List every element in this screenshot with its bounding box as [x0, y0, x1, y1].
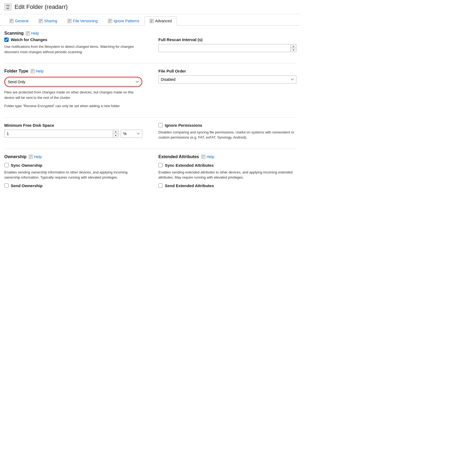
- min-disk-down-btn[interactable]: ▼: [113, 134, 118, 137]
- full-rescan-spinner-buttons: ▲ ▼: [290, 44, 296, 52]
- send-ext-attrs-checkbox[interactable]: [158, 183, 163, 188]
- watch-for-changes-checkbox[interactable]: [4, 38, 9, 42]
- tab-sharing[interactable]: FO9 Sharing: [34, 16, 62, 25]
- divider-3: [4, 149, 296, 149]
- tab-advanced-icon: FO85: [150, 19, 154, 23]
- folder-type-select-wrapper: Send Only Receive Only Send & Receive Re…: [4, 77, 142, 87]
- tab-sharing-label: Sharing: [44, 19, 57, 23]
- sync-ownership-text: Sync Ownership: [11, 163, 42, 168]
- scanning-title: Scanning: [4, 31, 24, 36]
- ignore-permissions-label[interactable]: Ignore Permissions: [158, 123, 296, 128]
- tab-bar: FO9 General FO9 Sharing FO9 File Version…: [0, 14, 301, 26]
- sync-ext-attrs-desc: Enables sending extended attributes to o…: [158, 170, 296, 180]
- folder-type-desc1: Files are protected from changes made on…: [4, 90, 142, 100]
- ignore-permissions-desc: Disables comparing and syncing file perm…: [158, 130, 296, 140]
- full-rescan-up-btn[interactable]: ▲: [291, 44, 296, 48]
- min-disk-up-btn[interactable]: ▲: [113, 130, 118, 134]
- folder-type-header: Folder Type FO9 Help: [4, 69, 142, 74]
- folder-type-left: Folder Type FO9 Help Send Only Receive O…: [4, 69, 145, 112]
- ownership-left: Ownership FO9 Help Sync Ownership Enable…: [4, 154, 145, 190]
- ext-attrs-right: Extended Attributes FO9 Help Sync Extend…: [156, 154, 296, 190]
- ignore-permissions-text: Ignore Permissions: [165, 123, 202, 128]
- send-ownership-checkbox[interactable]: [4, 183, 9, 188]
- tab-general-icon: FO9: [9, 19, 14, 23]
- sync-ext-attrs-label[interactable]: Sync Extended Attributes: [158, 163, 296, 168]
- min-disk-unit-select[interactable]: % kB MB GB TB: [121, 130, 142, 138]
- window-title: Edit Folder (readarr): [14, 3, 68, 10]
- ext-attrs-help-label: Help: [206, 155, 214, 159]
- ownership-help-link[interactable]: FO9 Help: [29, 155, 42, 159]
- watch-for-changes-checkbox-label[interactable]: Watch for Changes: [4, 37, 142, 42]
- folder-type-right: File Pull Order Disabled Random Alphabet…: [156, 69, 296, 112]
- divider-2: [4, 117, 296, 118]
- ignore-permissions-checkbox[interactable]: [158, 123, 163, 127]
- tab-ignore-patterns[interactable]: FO9 Ignore Patterns: [103, 16, 144, 25]
- sync-ext-attrs-text: Sync Extended Attributes: [165, 163, 214, 168]
- full-rescan-label: Full Rescan Interval (s): [158, 37, 296, 42]
- tab-sharing-icon: FO9: [39, 19, 43, 23]
- watch-description: Use notifications from the filesystem to…: [4, 44, 142, 55]
- disk-space-section: Minimum Free Disk Space ▲ ▼ % kB MB GB T…: [4, 123, 296, 143]
- full-rescan-spinner[interactable]: 3600 ▲ ▼: [158, 44, 296, 52]
- send-ext-attrs-text: Send Extended Attributes: [165, 183, 214, 188]
- scanning-section: Watch for Changes Use notifications from…: [4, 37, 296, 58]
- sync-ownership-label[interactable]: Sync Ownership: [4, 163, 142, 168]
- tab-ignore-patterns-icon: FO9: [108, 19, 112, 23]
- ownership-help-label: Help: [34, 155, 42, 159]
- scanning-right: Full Rescan Interval (s) 3600 ▲ ▼: [156, 37, 296, 58]
- ext-attrs-title: Extended Attributes: [158, 154, 199, 159]
- folder-type-help-icon: FO9: [31, 69, 35, 73]
- ignore-permissions-right: Ignore Permissions Disables comparing an…: [156, 123, 296, 143]
- ext-attrs-header: Extended Attributes FO9 Help: [158, 154, 296, 159]
- watch-for-changes-label: Watch for Changes: [11, 37, 47, 42]
- scanning-header: Scanning FO9 Help: [4, 31, 296, 36]
- scanning-help-icon: FO9: [26, 31, 30, 35]
- folder-type-help-link[interactable]: FO9 Help: [31, 69, 44, 73]
- content-area: Scanning FO9 Help Watch for Changes Use …: [0, 26, 301, 195]
- file-pull-order-label: File Pull Order: [158, 69, 296, 73]
- sync-ownership-checkbox[interactable]: [4, 163, 9, 167]
- file-pull-order-select[interactable]: Disabled Random Alphabetic Smallest Firs…: [158, 75, 296, 84]
- tab-general-label: General: [15, 19, 28, 23]
- min-disk-spinner[interactable]: ▲ ▼: [4, 130, 119, 138]
- ownership-help-icon: FO9: [29, 155, 33, 159]
- folder-type-title: Folder Type: [4, 69, 28, 74]
- ownership-title: Ownership: [4, 154, 27, 159]
- min-disk-space-label: Minimum Free Disk Space: [4, 123, 142, 128]
- tab-advanced-label: Advanced: [155, 19, 172, 23]
- tab-advanced[interactable]: FO85 Advanced: [144, 16, 177, 26]
- title-bar: FO40 Edit Folder (readarr): [0, 0, 301, 14]
- sync-ownership-desc: Enables sending ownership information to…: [4, 170, 142, 180]
- send-ownership-label[interactable]: Send Ownership: [4, 183, 142, 188]
- ownership-header: Ownership FO9 Help: [4, 154, 142, 159]
- scanning-help-link[interactable]: FO9 Help: [26, 31, 39, 35]
- app-icon: FO40: [4, 3, 12, 11]
- ext-attrs-help-icon: FO9: [201, 155, 205, 159]
- min-disk-space-row: ▲ ▼ % kB MB GB TB: [4, 130, 142, 138]
- sync-ext-attrs-checkbox[interactable]: [158, 163, 163, 167]
- folder-type-desc2: Folder type "Receive Encrypted" can only…: [4, 103, 142, 109]
- tab-general[interactable]: FO9 General: [4, 16, 34, 25]
- send-ext-attrs-label[interactable]: Send Extended Attributes: [158, 183, 296, 188]
- full-rescan-down-btn[interactable]: ▼: [291, 48, 296, 52]
- divider-1: [4, 63, 296, 63]
- min-disk-input[interactable]: [5, 130, 113, 137]
- scanning-help-label: Help: [31, 31, 39, 35]
- scanning-left: Watch for Changes Use notifications from…: [4, 37, 145, 58]
- folder-type-section: Folder Type FO9 Help Send Only Receive O…: [4, 69, 296, 112]
- ext-attrs-help-link[interactable]: FO9 Help: [201, 155, 214, 159]
- send-ownership-text: Send Ownership: [11, 183, 42, 188]
- tab-file-versioning[interactable]: FO9 File Versioning: [62, 16, 103, 25]
- folder-type-help-label: Help: [36, 69, 44, 73]
- disk-space-left: Minimum Free Disk Space ▲ ▼ % kB MB GB T…: [4, 123, 145, 143]
- full-rescan-input[interactable]: 3600: [159, 44, 290, 52]
- ownership-ext-attrs-section: Ownership FO9 Help Sync Ownership Enable…: [4, 154, 296, 190]
- folder-type-select[interactable]: Send Only Receive Only Send & Receive Re…: [5, 78, 141, 86]
- tab-ignore-patterns-label: Ignore Patterns: [114, 19, 139, 23]
- tab-file-versioning-label: File Versioning: [73, 19, 98, 23]
- tab-file-versioning-icon: FO9: [67, 19, 72, 23]
- min-disk-spinner-buttons: ▲ ▼: [113, 130, 118, 137]
